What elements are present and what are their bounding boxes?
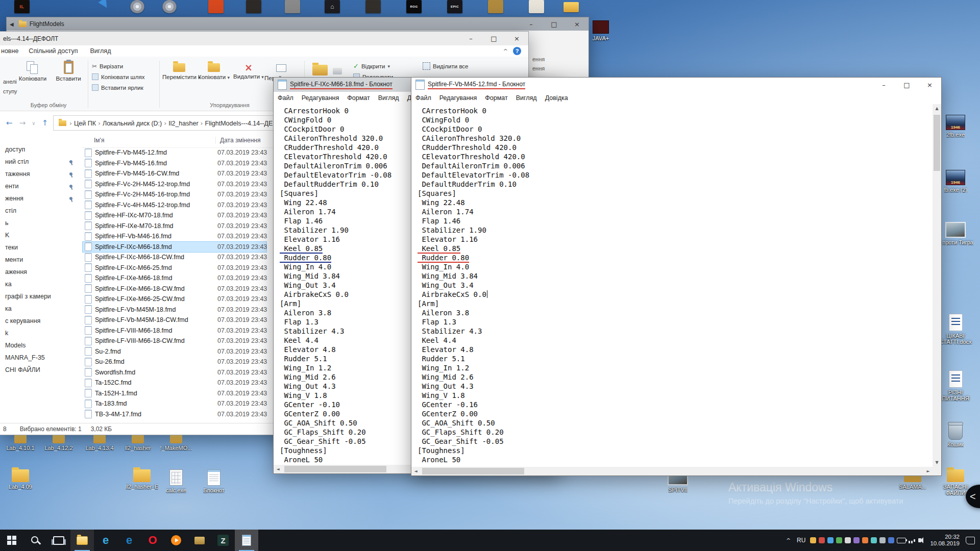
menu-item[interactable]: Файл	[274, 94, 298, 102]
sidebar-item[interactable]: ка	[0, 278, 82, 290]
scrollbar-thumb[interactable]	[934, 115, 940, 171]
tab-share[interactable]: Спільний доступ	[22, 46, 84, 56]
close-button[interactable]: ×	[505, 32, 528, 45]
desktop-icon-il2[interactable]: 1946fb.exe (2)	[937, 170, 974, 193]
taskbar-browser-e-icon[interactable]: e	[117, 530, 141, 551]
file-row[interactable]: Spitfire-HF-IXc-M70-18.fmd07.03.2019 23:…	[83, 210, 266, 221]
sidebar-item[interactable]: доступ	[0, 143, 82, 156]
disc-1-icon[interactable]	[130, 0, 144, 13]
rog-app-icon[interactable]: ROG	[406, 0, 422, 13]
desktop-icon-bin[interactable]: Кошик	[937, 423, 974, 447]
sidebar-item[interactable]: теки	[0, 241, 82, 254]
tab-view[interactable]: Вигляд	[84, 46, 117, 56]
file-row[interactable]: Spitfire-LF-IXe-M66-18.fmd07.03.2019 23:…	[83, 273, 266, 284]
sidebar-item[interactable]: таження	[0, 168, 82, 180]
file-row[interactable]: Ta-152C.fmd07.03.2019 23:43	[83, 378, 266, 388]
tray-app-7-icon[interactable]	[862, 537, 868, 543]
desktop-icon-image[interactable]: 4 проти Тигра	[937, 222, 974, 245]
scroll-right-icon[interactable]: ►	[924, 467, 933, 475]
cut-button[interactable]: ✂ Вирізати	[92, 61, 157, 71]
tray-app-10-icon[interactable]	[888, 537, 894, 543]
copy-path-button[interactable]: Копіювати шлях	[92, 71, 157, 82]
cursor-icon[interactable]	[98, 0, 113, 13]
titlebar[interactable]: els---4.14--ДЕФОЛТ – □ ×	[0, 32, 528, 45]
forward-button[interactable]: →	[17, 118, 28, 128]
open-button[interactable]: ✓ Відкрити ▾	[353, 61, 420, 71]
taskbar-app-z-icon[interactable]: Z	[211, 530, 235, 551]
move-to-button[interactable]: Перемістити ▾	[162, 60, 196, 80]
desktop-icon-folder-sm[interactable]: Il2_hasher	[119, 435, 157, 451]
file-row[interactable]: Spitfire-LF-VIII-M66-18.fmd07.03.2019 23…	[83, 325, 266, 336]
paste-shortcut-button[interactable]: Вставити ярлик	[92, 82, 157, 93]
sidebar-item[interactable]: СНІ ФАЙЛИ	[0, 364, 82, 376]
tray-app-9-icon[interactable]	[879, 537, 886, 543]
paste-button[interactable]: Вставити	[51, 59, 86, 82]
doc-app-icon[interactable]	[529, 0, 544, 13]
il2-shortcut-icon[interactable]: IL	[14, 0, 30, 13]
file-row[interactable]: Ta-183.fmd07.03.2019 23:43	[83, 398, 266, 409]
tab-home[interactable]: новне	[0, 46, 22, 56]
file-row[interactable]: Spitfire-HF-Vb-M46-16.fmd07.03.2019 23:4…	[83, 231, 266, 242]
scroll-left-icon[interactable]: ◄	[274, 465, 282, 473]
copy-button[interactable]: Копіювати	[15, 59, 50, 82]
file-row[interactable]: Swordfish.fmd07.03.2019 23:43	[83, 367, 266, 378]
dark-app-1-icon[interactable]	[246, 0, 261, 13]
desktop-icon-doc[interactable]: РІЗНІ ПИТАННЯ	[937, 370, 974, 402]
orange-app-icon[interactable]	[208, 0, 224, 13]
desktop-icon-folder-sm[interactable]: Lab_4.12.2	[40, 435, 78, 451]
taskbar-app-folder-icon[interactable]	[188, 530, 211, 551]
sidebar-item[interactable]: ь	[0, 217, 82, 229]
file-row[interactable]: Ta-152H-1.fmd07.03.2019 23:43	[83, 388, 266, 399]
back-button[interactable]: ←	[4, 118, 14, 128]
arch-app-icon[interactable]: ⌂	[325, 0, 340, 13]
desktop-icon-folder[interactable]: Il2_hasher_E	[123, 469, 161, 490]
desktop-icon-folder-sm[interactable]: Lab_4.13.4	[81, 435, 118, 451]
notepad-window-right[interactable]: Spitfire-F-Vb-M45-12.fmd - Блокнот – □ ×…	[411, 77, 942, 476]
file-row[interactable]: Spitfire-LF-Vb-M45M-18.fmd07.03.2019 23:…	[83, 305, 266, 315]
file-row[interactable]: Spitfire-LF-IXe-M66-18-CW.fmd07.03.2019 …	[83, 284, 266, 294]
desktop-icon-folder-sm[interactable]: !_MakeMO...	[157, 435, 195, 451]
network-icon[interactable]	[909, 538, 916, 543]
menu-item[interactable]: Формат	[481, 94, 511, 102]
tray-app-8-icon[interactable]	[871, 537, 877, 543]
titlebar[interactable]: ◀ FlightModels – □ ×	[7, 17, 589, 31]
menu-item[interactable]: Вигляд	[374, 94, 403, 102]
sidebar-item[interactable]: ний стіл	[0, 156, 82, 168]
ribbon-collapse-icon[interactable]: ^	[498, 48, 513, 55]
sidebar-item[interactable]: менти	[0, 254, 82, 266]
language-indicator[interactable]: RU	[795, 537, 807, 544]
tray-app-6-icon[interactable]	[853, 537, 860, 543]
menu-item[interactable]: Файл	[411, 94, 435, 102]
file-row[interactable]: Spitfire-LF-IXe-M66-25-CW.fmd07.03.2019 …	[83, 294, 266, 305]
disc-2-icon[interactable]	[162, 0, 177, 13]
taskbar-task-view-icon[interactable]	[47, 530, 70, 551]
file-row[interactable]: TB-3-4M-17.fmd07.03.2019 23:43	[83, 409, 266, 420]
notification-center-icon[interactable]	[966, 537, 975, 544]
file-row[interactable]: Spitfire-LF-VIII-M66-18-CW.fmd07.03.2019…	[83, 336, 266, 346]
sidebar-item[interactable]: K	[0, 229, 82, 241]
sidebar-item[interactable]: Models	[0, 339, 82, 352]
file-row[interactable]: Spitfire-LF-Vb-M45M-18-CW.fmd07.03.2019 …	[83, 315, 266, 325]
column-header-name[interactable]: Ім'я	[94, 137, 104, 144]
dark-app-2-icon[interactable]	[365, 0, 381, 13]
tray-app-4-icon[interactable]	[836, 537, 842, 543]
desktop-icon-doc[interactable]: ЦІКАВІ СТАТТІ.docx	[937, 314, 974, 345]
file-row[interactable]: Spitfire-F-Vb-M45-16.fmd07.03.2019 23:43	[83, 158, 266, 169]
tray-app-2-icon[interactable]	[819, 537, 825, 543]
close-button[interactable]: ×	[566, 17, 589, 31]
file-row[interactable]: Spitfire-LF-IXc-M66-25.fmd07.03.2019 23:…	[83, 263, 266, 273]
minimize-button[interactable]: –	[459, 32, 482, 45]
sidebar-item[interactable]: графії з камери	[0, 290, 82, 303]
sidebar-item[interactable]: MANRA_F-35	[0, 352, 82, 364]
grey-app-icon[interactable]	[285, 0, 300, 13]
tray-app-5-icon[interactable]	[845, 537, 851, 543]
clock[interactable]: 20:32 10.08.2019	[927, 534, 963, 547]
file-row[interactable]: Spitfire-F-Vc-2H-M45-16-trop.fmd07.03.20…	[83, 189, 266, 200]
desktop-icon-folder-sm[interactable]: Lab_4.10.1	[2, 435, 39, 451]
scroll-down-icon[interactable]: ▼	[933, 458, 941, 467]
card-app-icon[interactable]	[488, 0, 503, 13]
vertical-scrollbar[interactable]: ▲ ▼	[933, 104, 941, 467]
scroll-left-icon[interactable]: ◄	[411, 467, 420, 475]
file-row[interactable]: Spitfire-F-Vc-2H-M45-12-trop.fmd07.03.20…	[83, 179, 266, 190]
menu-item[interactable]: Формат	[343, 94, 374, 102]
